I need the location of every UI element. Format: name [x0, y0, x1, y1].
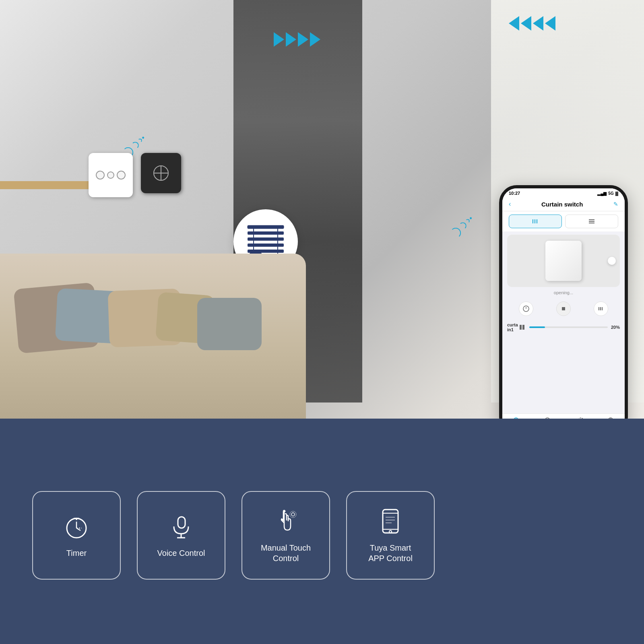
svg-point-50 [291, 513, 295, 516]
phone-time: 10:27 [509, 191, 520, 196]
curtain-name-1: curta [507, 322, 518, 327]
tab-list[interactable] [565, 215, 618, 228]
feature-card-timer: Timer [32, 491, 121, 580]
svg-rect-26 [562, 307, 565, 310]
svg-rect-4 [248, 231, 284, 235]
progress-bar[interactable] [529, 326, 608, 328]
phone-icon [376, 507, 405, 535]
phone-screen: 10:27 ▂▄▆ 5G ▓ ‹ Curtain switch ✎ [502, 188, 625, 423]
switch-panel-image [545, 241, 582, 281]
switch-btn-mid[interactable] [107, 171, 114, 179]
arrow-l3 [521, 16, 531, 31]
svg-point-55 [389, 530, 392, 533]
progress-percent: 20% [611, 325, 620, 330]
phone-statusbar: 10:27 ▂▄▆ 5G ▓ [502, 188, 625, 197]
curtain-name-2: in1 [507, 327, 518, 332]
feature-label-timer: Timer [66, 548, 87, 558]
arrow-l1 [545, 16, 555, 31]
signal-bars: ▂▄▆ [597, 191, 607, 196]
phone-mockup: 10:27 ▂▄▆ 5G ▓ ‹ Curtain switch ✎ [499, 185, 628, 423]
edit-button[interactable]: ✎ [613, 201, 618, 207]
svg-rect-47 [178, 517, 185, 528]
timer-icon [62, 512, 91, 541]
phone-title: Curtain switch [541, 201, 583, 208]
svg-rect-7 [248, 250, 284, 253]
pause-icon [518, 323, 526, 331]
svg-rect-5 [248, 237, 284, 241]
switch-btn-down[interactable] [117, 171, 126, 180]
svg-rect-31 [522, 325, 524, 330]
svg-point-51 [290, 511, 296, 518]
svg-rect-30 [520, 325, 522, 330]
wall-switch-black[interactable] [141, 153, 181, 193]
feature-label-voice: Voice Control [157, 548, 205, 558]
ctrl-open[interactable] [519, 301, 533, 316]
curtain-arrows-right [274, 32, 320, 47]
feature-card-touch: Manual Touch Control [242, 491, 330, 580]
curtain-label: curta in1 [507, 322, 518, 332]
feature-label-app: Tuya Smart APP Control [368, 543, 413, 564]
tab-switch[interactable] [509, 215, 562, 228]
features-section: Timer Voice Control [0, 419, 644, 644]
feature-label-touch: Manual Touch Control [261, 543, 311, 564]
curtain-arrows-left [509, 16, 555, 31]
phone-tabs [502, 211, 625, 231]
phone-status-icons: ▂▄▆ 5G ▓ [597, 191, 618, 196]
progress-fill [529, 326, 545, 328]
switch-btn-up[interactable] [96, 171, 105, 180]
battery-icon: ▓ [615, 191, 618, 196]
ctrl-close[interactable] [594, 301, 608, 316]
arrow-1 [274, 32, 284, 47]
svg-rect-6 [248, 244, 284, 247]
arrow-2 [286, 32, 296, 47]
control-buttons-row [507, 298, 620, 319]
feature-card-voice: Voice Control [137, 491, 225, 580]
opening-status: opening... [507, 290, 620, 295]
switch-black-icon [151, 163, 171, 183]
phone-nav-bar: ‹ Curtain switch ✎ [502, 197, 625, 211]
arrow-4 [310, 32, 320, 47]
svg-rect-3 [248, 225, 284, 229]
curtain-progress-row: curta in1 20% [507, 322, 620, 332]
device-image [507, 235, 620, 287]
wifi-icon-phone [456, 213, 467, 241]
back-button[interactable]: ‹ [509, 200, 511, 208]
pillow-5 [197, 298, 262, 350]
touch-icon [272, 507, 300, 535]
network-type: 5G [608, 191, 613, 196]
room-background: 10:27 ▂▄▆ 5G ▓ ‹ Curtain switch ✎ [0, 0, 644, 423]
arrow-3 [298, 32, 308, 47]
features-row: Timer Voice Control [0, 419, 644, 644]
feature-card-app: Tuya Smart APP Control [346, 491, 435, 580]
phone-content: opening... curta [502, 231, 625, 413]
ctrl-stop[interactable] [556, 301, 571, 316]
mic-icon [167, 512, 195, 541]
arrow-l4 [509, 16, 519, 31]
arrow-l2 [533, 16, 543, 31]
wall-switch-white[interactable] [89, 153, 133, 197]
shelf-decoration [0, 181, 89, 189]
